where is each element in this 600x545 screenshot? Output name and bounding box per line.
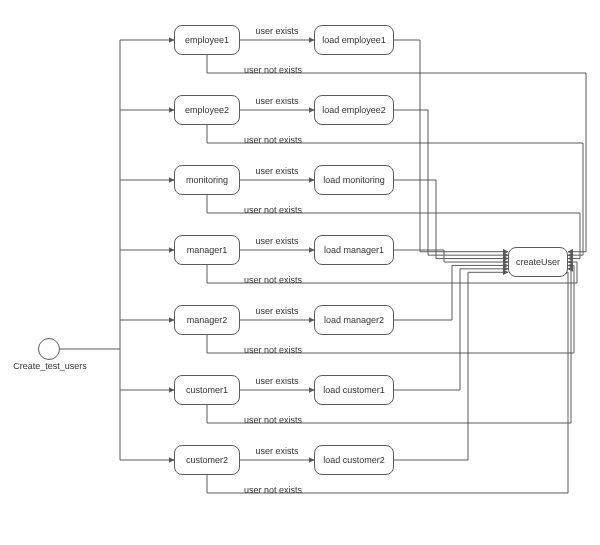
check-label-5: customer1 xyxy=(186,385,228,395)
exists-label-1: user exists xyxy=(244,96,310,106)
check-node-1: employee2 xyxy=(174,95,240,125)
create-user-label: createUser xyxy=(516,257,560,267)
load-node-0: load employee1 xyxy=(314,25,394,55)
exists-label-5: user exists xyxy=(244,376,310,386)
load-label-0: load employee1 xyxy=(322,35,386,45)
check-node-0: employee1 xyxy=(174,25,240,55)
load-label-3: load manager1 xyxy=(324,245,384,255)
load-node-2: load monitoring xyxy=(314,165,394,195)
check-node-2: monitoring xyxy=(174,165,240,195)
check-label-1: employee2 xyxy=(185,105,229,115)
exists-label-6: user exists xyxy=(244,446,310,456)
load-label-5: load customer1 xyxy=(323,385,385,395)
load-label-6: load customer2 xyxy=(323,455,385,465)
load-node-4: load manager2 xyxy=(314,305,394,335)
load-label-4: load manager2 xyxy=(324,315,384,325)
load-node-1: load employee2 xyxy=(314,95,394,125)
not-exists-label-3: user not exists xyxy=(244,275,302,285)
check-node-5: customer1 xyxy=(174,375,240,405)
start-label: Create_test_users xyxy=(7,362,93,372)
load-label-2: load monitoring xyxy=(323,175,385,185)
exists-label-0: user exists xyxy=(244,26,310,36)
load-node-5: load customer1 xyxy=(314,375,394,405)
start-node xyxy=(38,338,60,360)
not-exists-label-6: user not exists xyxy=(244,485,302,495)
not-exists-label-4: user not exists xyxy=(244,345,302,355)
create-user-node: createUser xyxy=(508,247,568,277)
load-label-1: load employee2 xyxy=(322,105,386,115)
check-label-4: manager2 xyxy=(187,315,228,325)
load-node-3: load manager1 xyxy=(314,235,394,265)
check-label-3: manager1 xyxy=(187,245,228,255)
check-label-2: monitoring xyxy=(186,175,228,185)
not-exists-label-1: user not exists xyxy=(244,135,302,145)
check-node-4: manager2 xyxy=(174,305,240,335)
exists-label-3: user exists xyxy=(244,236,310,246)
flow-canvas: Create_test_users employee1load employee… xyxy=(0,0,600,545)
not-exists-label-5: user not exists xyxy=(244,415,302,425)
exists-label-4: user exists xyxy=(244,306,310,316)
load-node-6: load customer2 xyxy=(314,445,394,475)
check-node-6: customer2 xyxy=(174,445,240,475)
check-node-3: manager1 xyxy=(174,235,240,265)
check-label-6: customer2 xyxy=(186,455,228,465)
check-label-0: employee1 xyxy=(185,35,229,45)
exists-label-2: user exists xyxy=(244,166,310,176)
not-exists-label-2: user not exists xyxy=(244,205,302,215)
not-exists-label-0: user not exists xyxy=(244,65,302,75)
